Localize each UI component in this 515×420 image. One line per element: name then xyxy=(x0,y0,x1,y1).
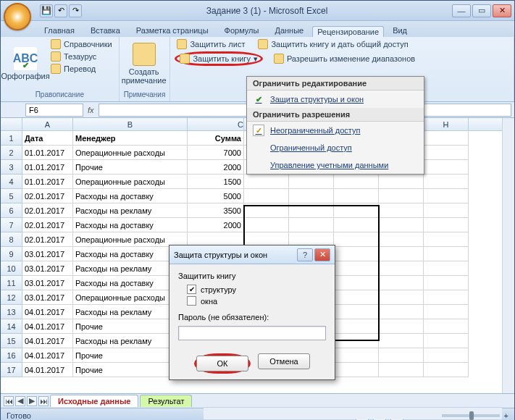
tab-formulas[interactable]: Формулы xyxy=(217,24,267,37)
cell[interactable] xyxy=(424,319,469,334)
tab-data[interactable]: Данные xyxy=(267,24,311,37)
translate-button[interactable]: Перевод xyxy=(49,63,114,75)
row-header[interactable]: 6 xyxy=(1,203,22,218)
cell[interactable]: 7000 xyxy=(188,146,244,160)
spelling-button[interactable]: ABC✔ Орфография xyxy=(5,38,46,89)
row-header[interactable]: 15 xyxy=(1,334,22,348)
cell[interactable] xyxy=(424,232,469,247)
cell[interactable] xyxy=(379,276,424,290)
checkbox-windows[interactable] xyxy=(187,296,196,306)
cell[interactable]: Прочие xyxy=(73,160,188,175)
zoom-in-icon[interactable]: + xyxy=(504,411,508,420)
cell[interactable]: 04.01.2017 xyxy=(22,305,73,319)
cell[interactable] xyxy=(379,334,424,348)
cell[interactable] xyxy=(424,160,469,175)
row-header[interactable]: 5 xyxy=(1,189,22,203)
col-header-b[interactable]: B xyxy=(73,118,188,131)
cell[interactable] xyxy=(244,203,289,218)
cell[interactable] xyxy=(379,232,424,247)
col-header-h[interactable]: H xyxy=(424,118,469,131)
cell[interactable] xyxy=(244,189,289,203)
cell[interactable] xyxy=(424,334,469,348)
cell[interactable] xyxy=(424,247,469,261)
cell[interactable] xyxy=(379,247,424,261)
cell[interactable]: 01.01.2017 xyxy=(22,146,73,160)
dd-item-structure[interactable]: ✔Защита структуры и окон xyxy=(247,91,424,108)
row-header[interactable]: 8 xyxy=(1,232,22,247)
cell[interactable] xyxy=(379,305,424,319)
sheet-nav-last-icon[interactable]: ⏭ xyxy=(38,396,49,406)
col-header-a[interactable]: A xyxy=(22,118,73,131)
redo-icon[interactable]: ↷ xyxy=(69,4,82,17)
cell[interactable]: 04.01.2017 xyxy=(22,334,73,348)
cell[interactable] xyxy=(379,319,424,334)
horizontal-scrollbar[interactable] xyxy=(204,407,502,419)
cell[interactable] xyxy=(424,348,469,363)
cell[interactable]: 03.01.2017 xyxy=(22,290,73,305)
dialog-titlebar[interactable]: Защита структуры и окон ? ✕ xyxy=(169,245,335,264)
row-header[interactable]: 12 xyxy=(1,290,22,305)
cell[interactable] xyxy=(334,189,379,203)
cell[interactable] xyxy=(424,305,469,319)
tab-insert[interactable]: Вставка xyxy=(83,24,127,37)
cell[interactable] xyxy=(334,305,379,319)
cell[interactable] xyxy=(289,218,334,232)
cell[interactable] xyxy=(289,189,334,203)
sheet-nav-next-icon[interactable]: ▶ xyxy=(27,396,37,406)
row-header[interactable]: 1 xyxy=(1,131,22,146)
cell[interactable] xyxy=(379,218,424,232)
cell[interactable] xyxy=(379,189,424,203)
cancel-button[interactable]: Отмена xyxy=(258,353,310,369)
cell[interactable]: 02.01.2017 xyxy=(22,189,73,203)
cell[interactable] xyxy=(334,363,379,377)
select-all-button[interactable] xyxy=(1,118,22,131)
cell[interactable] xyxy=(334,276,379,290)
cell[interactable]: 04.01.2017 xyxy=(22,363,73,377)
cell[interactable] xyxy=(424,189,469,203)
cell[interactable]: Операционные расходы xyxy=(73,146,188,160)
cell[interactable]: Операционные расходы xyxy=(73,175,188,189)
cell[interactable] xyxy=(289,203,334,218)
row-header[interactable]: 4 xyxy=(1,175,22,189)
cell[interactable] xyxy=(334,218,379,232)
cell[interactable]: 5000 xyxy=(188,189,244,203)
cell[interactable] xyxy=(379,363,424,377)
zoom-slider[interactable] xyxy=(442,414,500,417)
row-header[interactable]: 13 xyxy=(1,305,22,319)
cell[interactable]: 2000 xyxy=(188,160,244,175)
row-header[interactable]: 16 xyxy=(1,348,22,363)
fx-icon[interactable]: fx xyxy=(88,106,94,114)
cell[interactable] xyxy=(334,203,379,218)
protect-share-button[interactable]: Защитить книгу и дать общий доступ xyxy=(256,38,410,50)
cell[interactable]: 1500 xyxy=(188,175,244,189)
cell[interactable] xyxy=(424,203,469,218)
cell[interactable]: Расходы на рекламу xyxy=(73,203,188,218)
name-box[interactable]: F6 xyxy=(25,104,83,117)
research-button[interactable]: Справочники xyxy=(49,38,114,50)
tab-view[interactable]: Вид xyxy=(385,24,414,37)
password-input[interactable] xyxy=(178,326,326,340)
cell[interactable] xyxy=(244,218,289,232)
cell[interactable] xyxy=(334,348,379,363)
cell[interactable]: 3500 xyxy=(188,203,244,218)
cell[interactable] xyxy=(424,363,469,377)
protect-sheet-button[interactable]: Защитить лист xyxy=(175,38,247,50)
cell[interactable] xyxy=(334,232,379,247)
office-button[interactable] xyxy=(4,3,31,30)
cell[interactable] xyxy=(289,175,334,189)
cell[interactable]: 03.01.2017 xyxy=(22,247,73,261)
sheet-nav-first-icon[interactable]: ⏮ xyxy=(4,396,14,406)
cell[interactable]: 01.01.2017 xyxy=(22,160,73,175)
cell[interactable]: 03.01.2017 xyxy=(22,276,73,290)
cell[interactable]: 04.01.2017 xyxy=(22,319,73,334)
sheet-tab-source[interactable]: Исходные данные xyxy=(50,395,138,407)
dialog-close-button[interactable]: ✕ xyxy=(314,248,330,261)
row-header[interactable]: 14 xyxy=(1,319,22,334)
cell[interactable] xyxy=(424,146,469,160)
cell[interactable]: 02.01.2017 xyxy=(22,203,73,218)
row-header[interactable]: 10 xyxy=(1,261,22,276)
row-header[interactable]: 2 xyxy=(1,146,22,160)
row-header[interactable]: 3 xyxy=(1,160,22,175)
protect-workbook-button[interactable]: Защитить книгу ▾ xyxy=(175,51,263,66)
close-button[interactable]: ✕ xyxy=(493,4,511,17)
